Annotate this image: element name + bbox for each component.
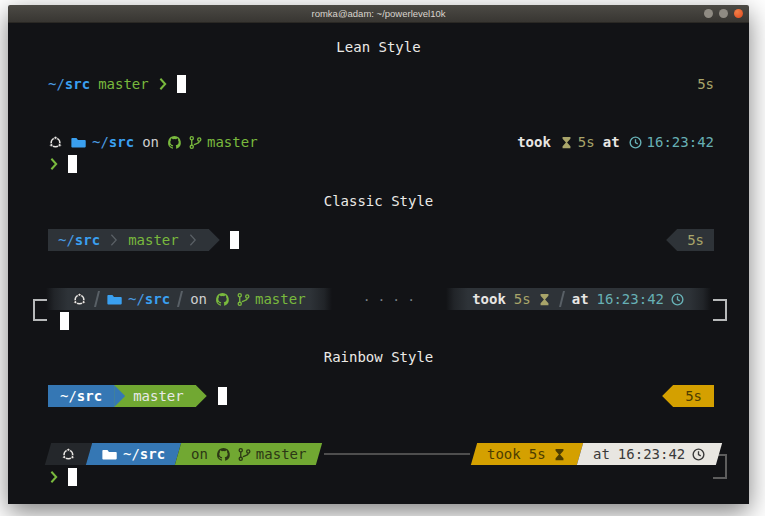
took-label: took [487,446,521,462]
at-label: at [593,446,610,462]
command-duration: 5s [578,134,595,150]
command-duration: 5s [697,76,714,92]
rainbow-branch-segment: master [114,385,196,407]
classic-right-segment: 5s [677,229,714,251]
classic-right-segment: took 5s at 16:23:42 [446,288,711,310]
took-label: took [517,134,551,150]
dir-name: src [109,134,134,150]
rainbow-style-heading-text: Rainbow Style [324,349,434,365]
clock-icon [670,292,685,307]
on-label: on [142,134,159,150]
git-branch-icon [188,135,203,150]
terminal-cursor [60,312,69,330]
prompt-chevron-icon [157,77,169,91]
git-branch-name: master [256,446,307,462]
classic-twoline-prompt-top: ~/src on master ···· took 5s at 16:23:42 [46,288,711,310]
prompt-frame-left-bracket [33,299,47,321]
rainbow-dir-segment: ~/src [86,443,181,465]
terminal-cursor [177,75,186,93]
segment-separator [177,291,183,307]
titlebar[interactable]: romka@adam: ~/powerlevel10k [8,5,749,23]
command-duration: 5s [514,291,531,307]
folder-icon [71,135,86,150]
powerline-arrow-left [662,385,673,407]
git-branch-icon [236,292,251,307]
git-branch-name: master [128,232,179,248]
terminal-cursor [218,387,227,405]
lean-style-heading: Lean Style [8,36,749,58]
hourglass-icon [559,135,574,150]
folder-icon [107,292,122,307]
git-branch-name: master [207,134,258,150]
prompt-chevron-icon [48,470,60,484]
command-duration: 5s [529,446,546,462]
dir-name: src [65,76,90,92]
window-title: romka@adam: ~/powerlevel10k [312,8,446,19]
github-icon [215,292,230,307]
github-icon [216,447,231,462]
close-button[interactable] [734,9,743,18]
classic-left-segment: ~/src master [48,229,209,251]
lean-twoline-prompt-bottom [48,153,714,175]
folder-icon [102,447,117,462]
rainbow-duration-segment: 5s [673,385,714,407]
dir-prefix: ~/ [58,232,75,248]
git-branch-icon [237,447,252,462]
maximize-button[interactable] [719,9,728,18]
hourglass-icon [537,292,552,307]
gap-dots: ···· [356,292,422,307]
dir-prefix: ~/ [128,291,145,307]
dir-prefix: ~/ [92,134,109,150]
rainbow-twoline-prompt-top: ~/src on master took 5s [48,443,719,465]
minimize-button[interactable] [704,9,713,18]
git-branch-name: master [255,291,306,307]
dir-prefix: ~/ [60,388,77,404]
prompt-connector-line [324,453,471,455]
lean-style-heading-text: Lean Style [336,39,420,55]
git-branch-name: master [98,76,149,92]
current-time: 16:23:42 [597,291,664,307]
powerline-arrow-left [666,229,677,251]
rainbow-time-segment: at 16:23:42 [577,443,723,465]
rainbow-branch-segment: on master [175,443,323,465]
clock-icon [628,135,643,150]
classic-style-heading: Classic Style [8,190,749,212]
rainbow-dir-segment: ~/src [48,385,114,407]
hourglass-icon [552,447,567,462]
powerline-arrow-right [196,385,207,407]
window-controls [704,5,743,22]
current-time: 16:23:42 [647,134,714,150]
classic-twoline-prompt-bottom [60,310,714,332]
dir-prefix: ~/ [48,76,65,92]
dir-prefix: ~/ [123,446,140,462]
at-label: at [572,291,589,307]
at-label: at [603,134,620,150]
took-label: took [472,291,506,307]
terminal-cursor [68,468,77,486]
segment-separator-chevron-icon [108,233,120,247]
dir-name: src [77,388,102,404]
ubuntu-logo-icon [72,292,87,307]
terminal-content[interactable]: Lean Style ~/src master 5s ~/src on mast… [8,23,749,504]
lean-oneline-prompt: ~/src master 5s [48,73,714,95]
rainbow-os-segment [45,443,92,465]
on-label: on [190,291,207,307]
rainbow-oneline-prompt: ~/src master 5s [48,385,714,407]
segment-separator [559,291,565,307]
current-time: 16:23:42 [618,446,685,462]
powerline-arrow-right [114,385,125,407]
prompt-chevron-icon [48,157,60,171]
rainbow-style-heading: Rainbow Style [8,346,749,368]
ubuntu-logo-icon [48,135,63,150]
classic-style-heading-text: Classic Style [324,193,434,209]
ubuntu-logo-icon [61,447,76,462]
dir-name: src [140,446,165,462]
rainbow-duration-segment: took 5s [471,443,583,465]
dir-name: src [145,291,170,307]
terminal-cursor [230,231,239,249]
git-branch-name: master [133,388,184,404]
terminal-cursor [68,155,77,173]
segment-separator [94,291,100,307]
powerline-arrow-right [209,229,220,251]
dir-name: src [75,232,100,248]
